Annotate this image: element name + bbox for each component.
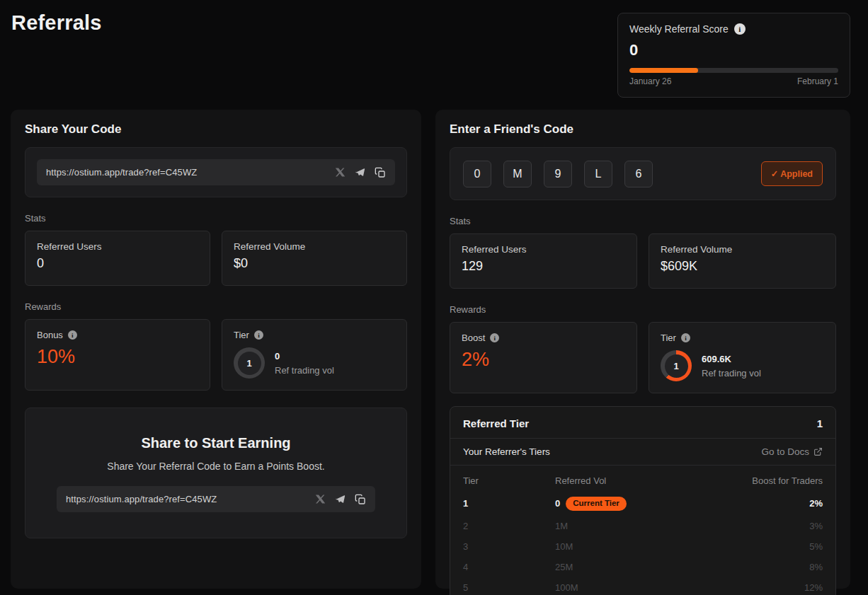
code-char-input[interactable]: L — [584, 161, 612, 187]
telegram-share-icon[interactable] — [335, 494, 346, 504]
progress-end-date: February 1 — [797, 76, 838, 86]
tier-progress-ring: 1 — [234, 347, 265, 379]
info-icon[interactable] — [68, 330, 77, 340]
code-char-input[interactable]: 9 — [544, 161, 572, 187]
bonus-label: Bonus — [37, 330, 63, 340]
page-title: Referrals — [11, 11, 102, 35]
cta-subtitle: Share Your Referral Code to Earn a Point… — [57, 461, 375, 472]
tier-volume-value: 609.6K — [702, 354, 761, 364]
copy-icon[interactable] — [355, 494, 366, 505]
tier-table-row: 425M8% — [450, 557, 835, 577]
go-to-docs-label: Go to Docs — [761, 446, 809, 457]
info-icon[interactable] — [734, 23, 746, 35]
tier-label: Tier — [234, 330, 249, 340]
referred-tier-title: Referred Tier — [463, 417, 529, 429]
tier-volume-caption: Ref trading vol — [275, 365, 334, 376]
tier-label: Tier — [661, 333, 676, 343]
copy-icon[interactable] — [375, 167, 386, 178]
column-tier: Tier — [463, 475, 555, 486]
boost-cell: 12% — [716, 582, 823, 593]
tier-table-header: Tier Referred Vol Boost for Traders — [450, 466, 835, 492]
column-boost-for-traders: Boost for Traders — [716, 475, 823, 486]
current-tier-value: 1 — [817, 417, 823, 429]
tier-table-row: 310M5% — [450, 536, 835, 557]
info-icon[interactable] — [681, 333, 690, 342]
weekly-score-value: 0 — [629, 41, 838, 59]
boost-cell: 3% — [716, 521, 823, 531]
boost-label: Boost — [462, 333, 485, 343]
referred-vol-cell: 1M — [555, 521, 716, 531]
boost-card: Boost 2% — [450, 322, 637, 393]
current-tier-badge: Current Tier — [566, 497, 627, 511]
referred-volume-card: Referred Volume $0 — [222, 231, 407, 286]
stat-label: Referred Volume — [234, 241, 395, 252]
share-to-start-earning-card: Share to Start Earning Share Your Referr… — [25, 408, 407, 538]
share-your-code-panel: Share Your Code https://ostium.app/trade… — [11, 110, 421, 589]
referred-vol-cell: 100M — [555, 582, 716, 593]
friend-panel-title: Enter a Friend's Code — [450, 122, 836, 137]
tier-volume-value: 0 — [275, 351, 334, 362]
referral-link-text: https://ostium.app/trade?ref=C45WZ — [46, 167, 335, 178]
telegram-share-icon[interactable] — [355, 167, 365, 178]
bonus-value: 10% — [37, 346, 198, 368]
rewards-label: Rewards — [25, 301, 407, 312]
referred-vol-cell: 10M — [555, 541, 716, 552]
column-referred-vol: Referred Vol — [555, 475, 716, 486]
top-row: Referrals Weekly Referral Score 0 Januar… — [11, 10, 850, 110]
weekly-progress-fill — [629, 68, 698, 73]
referred-users-card: Referred Users 129 — [450, 233, 637, 289]
share-panel-title: Share Your Code — [25, 122, 407, 137]
weekly-referral-score-card: Weekly Referral Score 0 January 26 Febru… — [617, 13, 850, 98]
applied-button[interactable]: ✓ Applied — [761, 161, 823, 186]
boost-cell: 5% — [716, 541, 823, 552]
tier-progress-ring: 1 — [661, 350, 692, 381]
cta-title: Share to Start Earning — [57, 435, 375, 451]
tier-table-rows: 10Current Tier2%21M3%310M5%425M8%5100M12… — [450, 492, 835, 595]
stats-label: Stats — [450, 216, 836, 226]
stat-label: Referred Volume — [661, 244, 824, 255]
info-icon[interactable] — [490, 333, 499, 342]
boost-value: 2% — [462, 349, 625, 371]
go-to-docs-link[interactable]: Go to Docs — [761, 446, 823, 457]
boost-cell: 2% — [716, 498, 823, 509]
enter-friends-code-panel: Enter a Friend's Code 0M9L6 ✓ Applied St… — [435, 110, 850, 589]
tier-table-row: 21M3% — [450, 516, 835, 536]
tier-number: 1 — [238, 352, 261, 375]
tier-cell: 3 — [463, 541, 555, 552]
referred-users-card: Referred Users 0 — [25, 231, 210, 286]
referral-link-text: https://ostium.app/trade?ref=C45WZ — [66, 494, 315, 504]
tier-volume-caption: Ref trading vol — [702, 368, 761, 379]
code-char-input[interactable]: M — [503, 161, 532, 187]
referred-tier-card: Referred Tier 1 Your Referrer's Tiers Go… — [450, 406, 836, 595]
stat-label: Referred Users — [37, 241, 198, 252]
referral-link-input: https://ostium.app/trade?ref=C45WZ — [37, 159, 395, 185]
referred-volume-card: Referred Volume $609K — [649, 233, 836, 289]
tier-cell: 2 — [463, 521, 555, 531]
progress-start-date: January 26 — [629, 76, 671, 86]
code-char-boxes: 0M9L6 — [463, 161, 761, 187]
stat-value: 0 — [37, 256, 198, 271]
stats-label: Stats — [25, 213, 407, 224]
referred-vol-cell: 0Current Tier — [555, 497, 716, 511]
rewards-label: Rewards — [450, 304, 836, 315]
stat-value: 129 — [462, 259, 625, 274]
code-char-input[interactable]: 0 — [463, 161, 491, 187]
weekly-progress-bar — [629, 68, 838, 73]
tier-cell: 4 — [463, 562, 555, 572]
tier-table-row: 10Current Tier2% — [450, 492, 835, 516]
share-code-box: https://ostium.app/trade?ref=C45WZ — [25, 147, 407, 197]
bonus-card: Bonus 10% — [25, 319, 210, 391]
friend-code-entry-box: 0M9L6 ✓ Applied — [450, 147, 836, 200]
x-share-icon[interactable] — [315, 494, 326, 504]
referred-vol-cell: 25M — [555, 562, 716, 572]
boost-cell: 8% — [716, 562, 823, 572]
referrers-tiers-label: Your Referrer's Tiers — [463, 446, 550, 457]
code-char-input[interactable]: 6 — [624, 161, 653, 187]
tier-cell: 1 — [463, 498, 555, 509]
tier-table-row: 5100M12% — [450, 577, 835, 595]
x-share-icon[interactable] — [335, 167, 346, 178]
info-icon[interactable] — [254, 330, 263, 340]
tier-card: Tier 1 609.6K Ref trading vol — [649, 322, 836, 393]
referral-link-input: https://ostium.app/trade?ref=C45WZ — [57, 486, 375, 512]
stat-value: $609K — [661, 259, 824, 274]
